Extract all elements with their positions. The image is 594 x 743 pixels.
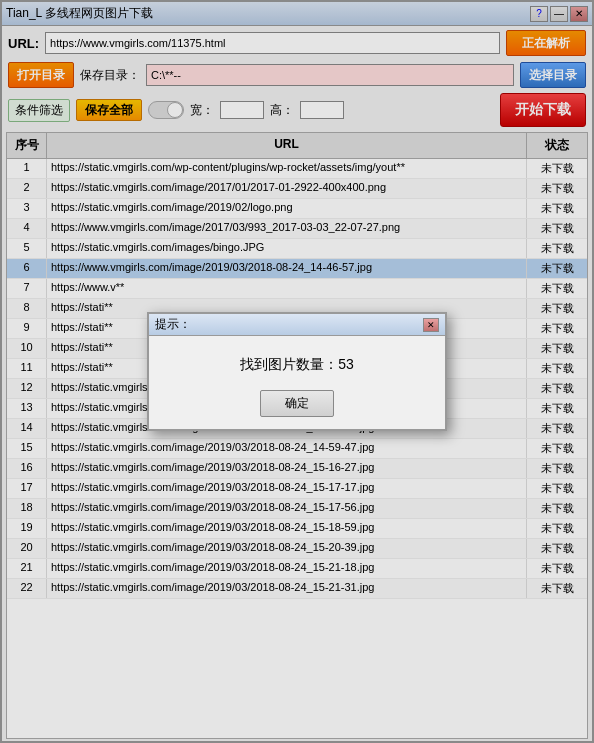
modal-title-bar: 提示： ✕	[149, 314, 445, 336]
modal-message: 找到图片数量：53	[169, 356, 425, 374]
modal-body: 找到图片数量：53 确定	[149, 336, 445, 429]
modal-ok-button[interactable]: 确定	[260, 390, 334, 417]
modal-close-button[interactable]: ✕	[423, 318, 439, 332]
modal-dialog: 提示： ✕ 找到图片数量：53 确定	[147, 312, 447, 431]
modal-title: 提示：	[155, 316, 423, 333]
modal-overlay: 提示： ✕ 找到图片数量：53 确定	[0, 0, 594, 743]
